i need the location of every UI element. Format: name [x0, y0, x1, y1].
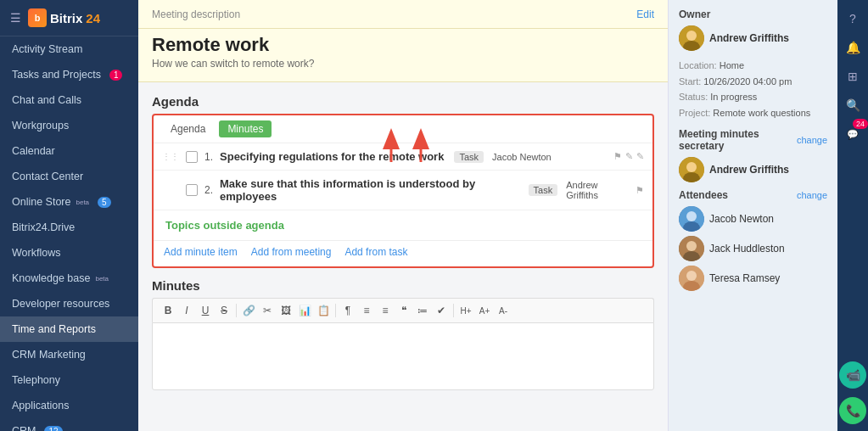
logo-suffix: 24 [86, 11, 100, 25]
item-checkbox-2[interactable] [186, 184, 198, 196]
logo-text: Bitrix [50, 11, 82, 25]
italic-button[interactable]: I [178, 302, 195, 319]
minutes-section: Minutes B I U S 🔗 ✂ 🖼 📊 📋 ¶ ≡ ≡ ❝ ≔ ✔ [152, 278, 654, 390]
sidebar-item-label: Online Store [12, 196, 70, 208]
sidebar-item-label: Chat and Calls [12, 94, 81, 106]
main-content: Meeting description Edit Remote work How… [138, 0, 668, 431]
messages-icon[interactable]: 💬 [841, 122, 865, 146]
ul-button[interactable]: ≡ [377, 302, 394, 319]
item-num-1: 1. [204, 151, 213, 163]
beta-badge: beta [95, 275, 109, 283]
owner-name: Andrew Griffiths [709, 32, 789, 44]
item-actions-1: ⚑ ✎ ✎ [613, 151, 644, 162]
meeting-desc-label: Meeting description [152, 8, 240, 20]
sidebar-item-label: Developer resources [12, 298, 109, 310]
jacob-avatar [679, 206, 704, 232]
attendees-change-link[interactable]: change [797, 190, 827, 200]
paragraph-button[interactable]: ¶ [339, 302, 356, 319]
sidebar-item-label: Knowledge base [12, 272, 90, 284]
sidebar-item-applications[interactable]: Applications [0, 393, 138, 418]
edit-link[interactable]: Edit [636, 8, 654, 20]
add-from-task-link[interactable]: Add from task [344, 246, 407, 258]
meta-info: Location: Home Start: 10/26/2020 04:00 p… [679, 58, 827, 121]
scissors-button[interactable]: ✂ [259, 302, 276, 319]
bold-button[interactable]: B [160, 302, 176, 319]
ol-button[interactable]: ≡ [358, 302, 375, 319]
toolbar-sep-1 [236, 304, 237, 317]
agenda-item-2: ⋮⋮ 2. Make sure that this information is… [154, 171, 652, 210]
agenda-tabs: Agenda Minutes [154, 115, 652, 143]
underline-button[interactable]: U [197, 302, 214, 319]
owner-section: Owner Andrew Griffiths [679, 8, 827, 51]
link-button[interactable]: 🔗 [240, 302, 257, 319]
sidebar-item-bitrix24-drive[interactable]: Bitrix24.Drive [0, 215, 138, 240]
edit-icon-1[interactable]: ✎ [636, 151, 644, 162]
sidebar-item-label: CRM [12, 425, 36, 431]
sidebar-item-telephony[interactable]: Telephony [0, 367, 138, 393]
notification-icon[interactable]: 🔔 [841, 36, 865, 59]
topics-outside[interactable]: Topics outside agenda [154, 210, 652, 240]
clip-button[interactable]: 📋 [315, 302, 332, 319]
sidebar-item-time-reports[interactable]: Time and Reports [0, 316, 138, 342]
item-tag-2: Task [529, 184, 558, 196]
sidebar-item-calendar[interactable]: Calendar [0, 138, 138, 164]
sidebar-item-label: Time and Reports [12, 323, 96, 335]
item-checkbox-1[interactable] [186, 151, 198, 163]
sidebar-item-label: CRM Marketing [12, 349, 86, 361]
secretary-change-link[interactable]: change [797, 135, 827, 145]
item-text-1: Specifying regulations for the remote wo… [220, 150, 444, 163]
location-label: Location: [679, 60, 717, 70]
apps-icon[interactable]: ⊞ [841, 64, 865, 88]
sidebar-item-tasks-projects[interactable]: Tasks and Projects 1 [0, 62, 138, 87]
menu-icon[interactable]: ☰ [10, 11, 21, 25]
sidebar-item-label: Activity Stream [12, 43, 82, 55]
item-num-2: 2. [204, 184, 213, 196]
toolbar-sep-3 [453, 304, 454, 317]
sidebar-item-contact-center[interactable]: Contact Center [0, 164, 138, 189]
attendees-header: Attendees change [679, 189, 827, 201]
quote-button[interactable]: ❝ [395, 302, 412, 319]
sidebar-item-online-store[interactable]: Online Store beta 5 [0, 189, 138, 215]
sidebar-item-workflows[interactable]: Workflows [0, 240, 138, 266]
jack-name: Jack Huddleston [709, 243, 785, 255]
strikethrough-button[interactable]: S [216, 302, 232, 319]
h-button[interactable]: H+ [457, 302, 474, 319]
indent-button[interactable]: ≔ [414, 302, 431, 319]
location-value: Home [720, 60, 744, 70]
tab-agenda[interactable]: Agenda [162, 120, 214, 137]
flag-icon-2[interactable]: ⚑ [636, 185, 644, 196]
project-label: Project: [679, 108, 710, 118]
fontsize-up-button[interactable]: A+ [476, 302, 493, 319]
flag-icon-1[interactable]: ⚑ [613, 151, 622, 162]
secretary-name: Andrew Griffiths [709, 164, 789, 176]
sidebar-item-chat-calls[interactable]: Chat and Calls [0, 87, 138, 113]
sidebar-item-developer-resources[interactable]: Developer resources [0, 291, 138, 316]
sidebar-item-activity-stream[interactable]: Activity Stream [0, 36, 138, 62]
sidebar-item-label: Telephony [12, 374, 60, 386]
add-minute-item-link[interactable]: Add minute item [164, 246, 238, 258]
video-icon[interactable]: 📹 [839, 361, 866, 389]
fontsize-down-button[interactable]: A- [495, 302, 512, 319]
item-actions-2: ⚑ [636, 185, 644, 196]
sidebar-item-crm-marketing[interactable]: CRM Marketing [0, 342, 138, 367]
check-button[interactable]: ✔ [433, 302, 450, 319]
image-button[interactable]: 🖼 [277, 302, 294, 319]
table-button[interactable]: 📊 [296, 302, 313, 319]
secretary-row: Andrew Griffiths [679, 157, 827, 182]
sidebar-item-workgroups[interactable]: Workgroups [0, 113, 138, 138]
sidebar-item-crm[interactable]: CRM 12 [0, 418, 138, 431]
add-from-meeting-link[interactable]: Add from meeting [251, 246, 332, 258]
sidebar-item-knowledge-base[interactable]: Knowledge base beta [0, 266, 138, 291]
comment-icon-1[interactable]: ✎ [625, 151, 633, 162]
search-icon[interactable]: 🔍 [841, 93, 865, 117]
attendees-section: Attendees change Jacob Newton Ja [679, 189, 827, 295]
phone-icon[interactable]: 📞 [839, 397, 866, 424]
minutes-editor[interactable] [152, 322, 654, 390]
tab-minutes[interactable]: Minutes [219, 120, 272, 137]
logo-icon: b [28, 8, 47, 27]
sidebar-item-label: Bitrix24.Drive [12, 221, 75, 233]
online-store-badge: 5 [98, 197, 111, 208]
meeting-desc-bar: Meeting description Edit [138, 0, 668, 29]
help-icon[interactable]: ? [841, 7, 865, 31]
owner-row: Andrew Griffiths [679, 25, 827, 51]
